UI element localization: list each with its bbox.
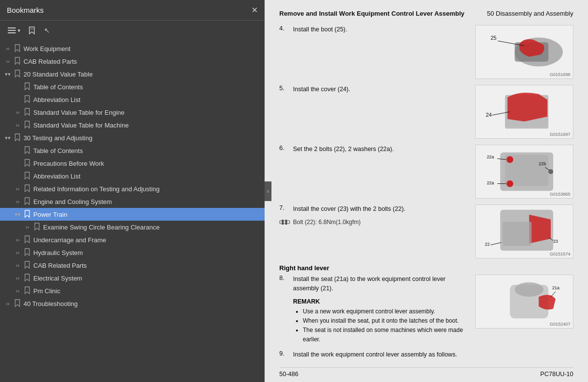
tree-arrow-cab-related-2: › <box>13 262 23 268</box>
tree-arrow-svt-machine: › <box>13 122 23 128</box>
tree-arrow-40-troubleshooting: › <box>3 301 13 306</box>
step4-text: Install the boot (25). <box>293 25 469 34</box>
tree-item-abbr-2[interactable]: Abbreviation List <box>0 170 265 182</box>
list-icon <box>7 26 17 34</box>
tree-label-abbr-1: Abbreviation List <box>33 96 80 103</box>
bookmark-icon-related-info <box>23 184 31 194</box>
tree-arrow-work-equipment: › <box>3 46 13 51</box>
svg-point-16 <box>507 156 514 163</box>
doc-footer: 50-486 PC78UU-10 <box>279 367 573 378</box>
step4-text-area: 4. Install the boot (25). <box>279 25 469 39</box>
tree-item-20-standard[interactable]: ▾20 Standard Value Table <box>0 68 265 80</box>
tree-label-engine-cooling: Engine and Cooling System <box>33 198 112 205</box>
tree-label-svt-machine: Standard Value Table for Machine <box>33 122 129 129</box>
step7-text-area: 7. Install the cover (23) with the 2 bol… <box>279 204 469 226</box>
image-svg-4: 22 23 <box>476 205 573 258</box>
step6: 6. Set the 2 bolts (22), 2 washers (22a)… <box>279 145 469 154</box>
tree-label-cab-related-parts-1: CAB Related Parts <box>24 58 77 65</box>
tree-item-undercarriage[interactable]: ›Undercarriage and Frame <box>0 233 265 246</box>
tree-item-svt-engine[interactable]: ›Standard Value Table for Engine <box>0 106 265 119</box>
tree-arrow-related-info: › <box>13 186 23 192</box>
doc-header-right: 50 Disassembly and Assembly <box>487 10 573 17</box>
tree-item-svt-machine[interactable]: ›Standard Value Table for Machine <box>0 119 265 131</box>
model-number: PC78UU-10 <box>540 371 573 378</box>
tree-label-undercarriage: Undercarriage and Frame <box>33 236 106 244</box>
svg-rect-2 <box>8 32 16 33</box>
tree-item-cab-related-2[interactable]: ›CAB Related Parts <box>0 259 265 272</box>
image-svg-1: 25 <box>476 25 573 78</box>
tree-item-30-testing[interactable]: ▾30 Testing and Adjusting <box>0 131 265 144</box>
bookmark-icon-pm-clinic <box>23 286 31 296</box>
bookmark-icon-work-equipment <box>13 44 22 53</box>
tree-arrow-electrical: › <box>13 275 23 281</box>
bookmark-icon-hydraulic <box>23 248 31 257</box>
tree-arrow-svt-engine: › <box>13 109 23 115</box>
step4-block: 4. Install the boot (25). 25 G0151698 <box>279 25 573 79</box>
step6-text-area: 6. Set the 2 bolts (22), 2 washers (22a)… <box>279 145 469 159</box>
bookmark-icon-cab-related-2 <box>23 261 31 270</box>
list-view-button[interactable]: ▾ <box>5 25 23 35</box>
tree-item-hydraulic[interactable]: ›Hydraulic System <box>0 246 265 259</box>
step8-text-area: 8. Install the seat (21a) to the work eq… <box>279 275 469 344</box>
tree-item-precautions[interactable]: Precautions Before Work <box>0 157 265 170</box>
svg-text:25: 25 <box>490 35 496 41</box>
bookmark-icon-abbr-1 <box>23 95 31 104</box>
tree-item-power-train[interactable]: ▾Power Train <box>0 208 265 221</box>
step4: 4. Install the boot (25). <box>279 25 469 34</box>
step8-num: 8. <box>279 275 293 281</box>
panel-collapse-button[interactable]: ‹ <box>265 181 271 201</box>
bookmark-icon-svt-engine <box>23 108 31 117</box>
svg-text:21a: 21a <box>552 285 560 290</box>
tree-item-toc-1[interactable]: Table of Contents <box>0 80 265 93</box>
tree-label-20-standard: 20 Standard Value Table <box>24 71 93 78</box>
step4-num: 4. <box>279 25 293 32</box>
image-G0151697: 24 G0151697 <box>475 85 573 139</box>
tree-label-abbr-2: Abbreviation List <box>33 173 80 180</box>
svg-rect-0 <box>8 27 16 28</box>
tree-arrow-power-train: ▾ <box>13 211 23 218</box>
bookmark-icon-abbr-2 <box>23 172 31 181</box>
image-G0151698: 25 G0151698 <box>475 25 573 79</box>
tree-arrow-cab-related-parts-1: › <box>3 58 13 64</box>
img-caption-3: G0153865 <box>550 192 570 197</box>
right-hand-lever-section: Right hand lever 8. Install the seat (21… <box>279 264 573 359</box>
bolt-spec: Bolt (22): 6.8Nm(1.0kgfm) <box>279 219 469 226</box>
page-number: 50-486 <box>279 371 298 378</box>
tree-label-40-troubleshooting: 40 Troubleshooting <box>24 300 78 307</box>
bookmarks-panel: Bookmarks ✕ ▾ ↖ ›Work Equipment›CAB Rela… <box>0 0 265 382</box>
bookmark-view-button[interactable] <box>25 25 38 36</box>
tree-item-abbr-1[interactable]: Abbreviation List <box>0 93 265 106</box>
tree-label-30-testing: 30 Testing and Adjusting <box>24 134 93 142</box>
step9-num: 9. <box>279 350 293 357</box>
tree-item-cab-related-parts-1[interactable]: ›CAB Related Parts <box>0 55 265 68</box>
tree-arrow-pm-clinic: › <box>13 288 23 294</box>
remark-label: REMARK <box>293 298 469 305</box>
tree-item-work-equipment[interactable]: ›Work Equipment <box>0 42 265 55</box>
svg-rect-30 <box>503 222 532 246</box>
tree-label-related-info: Related Information on Testing and Adjus… <box>33 185 160 193</box>
bookmarks-tree[interactable]: ›Work Equipment›CAB Related Parts▾20 Sta… <box>0 40 265 382</box>
step5: 5. Install the cover (24). <box>279 85 469 94</box>
bookmark-icon-engine-cooling <box>23 197 31 206</box>
step7-block: 7. Install the cover (23) with the 2 bol… <box>279 204 573 258</box>
svg-text:23: 23 <box>553 239 558 244</box>
image-G0153865: 22a 22a 22b G0153865 <box>475 145 573 199</box>
bookmark-icon-20-standard <box>13 70 22 79</box>
bookmark-icon-toc-1 <box>23 82 31 92</box>
tree-item-40-troubleshooting[interactable]: ›40 Troubleshooting <box>0 297 265 310</box>
remark-block: REMARK Use a new work equipment control … <box>293 298 469 345</box>
tree-item-toc-2[interactable]: Table of Contents <box>0 144 265 157</box>
img-caption-2: G0151697 <box>550 132 570 137</box>
doc-header-left: Remove and Install Work Equipment Contro… <box>279 10 465 17</box>
svg-rect-25 <box>280 221 290 224</box>
tree-arrow-20-standard: ▾ <box>3 71 13 77</box>
step5-text: Install the cover (24). <box>293 85 469 94</box>
bolt-symbol-icon <box>279 219 290 226</box>
tree-item-swing-circle[interactable]: ›Examine Swing Circle Bearing Clearance <box>0 221 265 233</box>
tree-item-engine-cooling[interactable]: ›Engine and Cooling System <box>0 195 265 208</box>
tree-item-related-info[interactable]: ›Related Information on Testing and Adju… <box>0 182 265 195</box>
close-button[interactable]: ✕ <box>251 6 258 14</box>
svg-rect-27 <box>285 220 287 225</box>
tree-item-pm-clinic[interactable]: ›Pm Clinic <box>0 284 265 297</box>
tree-item-electrical[interactable]: ›Electrical System <box>0 272 265 284</box>
